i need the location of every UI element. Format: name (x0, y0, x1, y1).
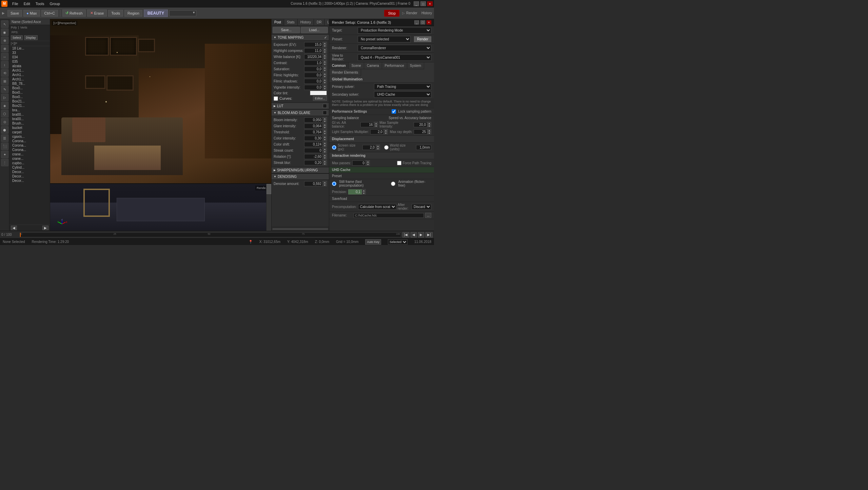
denoise-amount-input[interactable] (304, 181, 323, 186)
post-load-btn[interactable]: Load... (301, 27, 328, 33)
filename-browse-btn[interactable]: ... (425, 213, 431, 218)
vignette-input[interactable] (304, 85, 323, 90)
tree-item-4[interactable]: alzata (9, 64, 50, 68)
minimize-btn[interactable]: _ (414, 1, 419, 6)
scrollbar-track[interactable] (272, 228, 328, 230)
screen-size-radio[interactable] (332, 145, 336, 150)
sidebar-tool16[interactable]: ⋮ (1, 159, 8, 166)
target-select[interactable]: Production Rendering Mode (358, 27, 431, 34)
tab-dr[interactable]: DR (314, 19, 324, 25)
sidebar-tool8[interactable]: ▷ (1, 94, 8, 101)
rp-close[interactable]: × (427, 20, 431, 24)
saturation-input[interactable] (304, 67, 323, 72)
tree-item-2[interactable]: 034 (9, 55, 50, 59)
viewport-bottom[interactable]: X Y Z Rende... (50, 183, 271, 231)
sidebar-tool2[interactable]: ⊗ (1, 45, 8, 52)
filename-input[interactable] (354, 213, 424, 218)
rotation-spin[interactable]: ▲ ▼ (323, 154, 327, 159)
glare-intensity-spin[interactable]: ▲ ▼ (323, 123, 327, 129)
preset-select[interactable]: No preset selected (358, 36, 411, 42)
max-sample-spin[interactable]: ▲ ▼ (414, 122, 431, 127)
streak-blur-down[interactable]: ▼ (323, 163, 327, 165)
rp-tab-performance[interactable]: Performance (382, 62, 407, 69)
gi-aa-input[interactable] (360, 122, 374, 127)
force-path-check[interactable] (397, 161, 401, 165)
world-size-input[interactable] (416, 145, 431, 150)
saturation-spin[interactable]: ▲ ▼ (323, 66, 327, 72)
max-passes-down[interactable]: ▼ (366, 163, 370, 166)
auto-key-mode-select[interactable]: Selected (388, 239, 408, 245)
screen-size-up[interactable]: ▲ (376, 145, 380, 147)
sidebar-tool9[interactable]: ◈ (1, 102, 8, 109)
sidebar-select[interactable]: ↖ (1, 20, 8, 28)
tab-history[interactable]: History (298, 19, 314, 25)
precision-spinbtns[interactable]: ▲ ▼ (362, 189, 366, 194)
filmic-shad-down[interactable]: ▼ (323, 81, 327, 84)
saturation-down[interactable]: ▼ (323, 69, 327, 72)
filmic-high-input[interactable] (304, 73, 323, 78)
sidebar-tool6[interactable]: ⊞ (1, 77, 8, 85)
viewport-3d[interactable]: X Y Z Rende... (50, 184, 271, 231)
wb-input[interactable] (304, 54, 323, 59)
tree-item-12[interactable]: Box21... (9, 99, 50, 103)
refresh-button[interactable]: ↺ Refresh (62, 10, 86, 17)
streak-count-spin[interactable]: ▲ ▼ (323, 148, 327, 153)
vignette-spin[interactable]: ▲ ▼ (323, 84, 327, 90)
glare-up[interactable]: ▲ (323, 123, 327, 126)
tree-item-24[interactable]: crane... (9, 152, 50, 156)
tone-mapping-check[interactable]: ✓ (324, 36, 327, 39)
menu-file[interactable]: File (9, 1, 21, 6)
tools-button[interactable]: Tools (108, 10, 123, 17)
auto-key-btn[interactable]: Auto Key (365, 239, 381, 245)
rp-tab-common[interactable]: Common (329, 62, 349, 69)
rp-tab-system[interactable]: System (407, 62, 424, 69)
tab-stats[interactable]: Stats (284, 19, 298, 25)
rp-maximize[interactable]: □ (420, 20, 425, 24)
bloom-intensity-up[interactable]: ▲ (323, 117, 327, 120)
color-intensity-up[interactable]: ▲ (323, 135, 327, 138)
contrast-up[interactable]: ▲ (323, 60, 327, 63)
ctrl-c-button[interactable]: Ctrl+C (41, 10, 58, 17)
highlight-down[interactable]: ▼ (323, 51, 327, 53)
tree-item-30[interactable]: Decor... (9, 178, 50, 183)
render-button[interactable]: Render (414, 36, 431, 42)
gi-aa-spin[interactable]: ▲ ▼ (360, 122, 378, 127)
glare-intensity-input[interactable] (304, 124, 323, 129)
highlight-up[interactable]: ▲ (323, 48, 327, 51)
bloom-intensity-spin[interactable]: ▲ ▼ (323, 117, 327, 122)
max-sample-down[interactable]: ▼ (427, 125, 431, 127)
screen-size-input[interactable] (362, 145, 376, 150)
tree-item-18[interactable]: bucket (9, 126, 50, 130)
tree-item-27[interactable]: Cylind... (9, 165, 50, 170)
tree-prev-btn[interactable]: ◀ (11, 226, 17, 230)
menu-edit[interactable]: Edit (21, 1, 33, 6)
max-sample-spinbtns[interactable]: ▲ ▼ (427, 122, 431, 127)
after-render-select[interactable]: Discard (412, 204, 431, 210)
animation-radio[interactable] (391, 182, 395, 186)
sidebar-tool4[interactable]: ↕ (1, 61, 8, 69)
tree-item-15[interactable]: bra00... (9, 112, 50, 117)
curves-editor-btn[interactable]: Editor... (313, 96, 327, 101)
sidebar-tool10[interactable]: ⬡ (1, 110, 8, 117)
bloom-intensity-input[interactable] (304, 117, 323, 122)
tree-item-9[interactable]: Box0... (9, 86, 50, 90)
view-to-render-select[interactable]: Quad 4 - PhysCamera001 (358, 54, 431, 61)
screen-size-spinbtns[interactable]: ▲ ▼ (376, 145, 380, 150)
lut-header[interactable]: ▶ LUT (272, 102, 329, 109)
tree-item-16[interactable]: bra00... (9, 117, 50, 121)
color-intensity-down[interactable]: ▼ (323, 138, 327, 141)
rp-tab-scene[interactable]: Scene (349, 62, 364, 69)
sidebar-tool14[interactable]: ⬛ (1, 143, 8, 150)
threshold-input[interactable] (304, 130, 323, 135)
close-btn[interactable]: × (427, 1, 433, 6)
threshold-up[interactable]: ▲ (323, 129, 327, 132)
world-size-radio[interactable] (384, 145, 389, 150)
tree-item-1[interactable]: 33 (9, 51, 50, 55)
timeline-start-btn[interactable]: |◀ (402, 232, 410, 238)
post-save-btn[interactable]: Save... (273, 27, 300, 33)
tree-item-8[interactable]: BB_78... (9, 81, 50, 86)
scrollbar-v[interactable] (266, 184, 271, 231)
light-samples-spinbtns[interactable]: ▲ ▼ (384, 129, 388, 134)
still-frame-radio[interactable] (332, 182, 336, 186)
tree-item-11[interactable]: Box0... (9, 95, 50, 99)
